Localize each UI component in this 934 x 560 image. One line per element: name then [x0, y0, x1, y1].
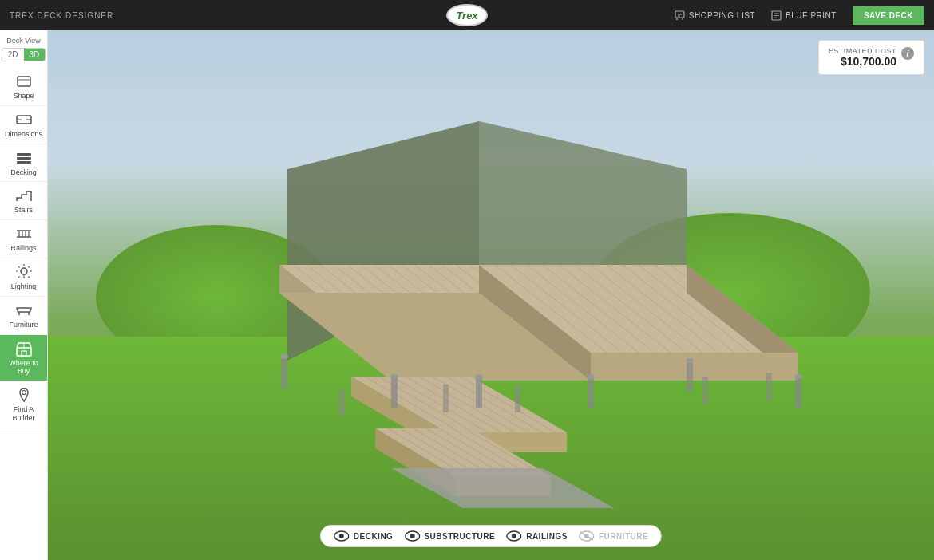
decking-eye-icon [334, 530, 350, 542]
furniture-toggle-label: FURNITURE [599, 532, 648, 541]
cost-badge: ESTIMATED COST $10,700.00 i [818, 40, 924, 75]
shopping-cart-icon [675, 10, 685, 21]
sidebar-item-lighting[interactable]: Lighting [0, 258, 47, 297]
railings-icon [15, 225, 33, 243]
cost-value: $10,700.00 [829, 55, 896, 68]
furniture-toggle[interactable]: FURNITURE [579, 530, 648, 542]
svg-point-101 [280, 354, 288, 359]
sidebar-item-furniture[interactable]: Furniture [0, 297, 47, 335]
sidebar-item-find-builder[interactable]: Find A Builder [0, 381, 47, 428]
sidebar-item-decking[interactable]: Decking [0, 144, 47, 183]
svg-point-122 [512, 534, 516, 538]
view-2d-button[interactable]: 2D [2, 49, 24, 61]
canvas-area[interactable]: ESTIMATED COST $10,700.00 i [48, 30, 934, 560]
header-actions: SHOPPING LIST BLUE PRINT SAVE DECK [675, 6, 924, 25]
decking-toggle[interactable]: DECKING [334, 530, 394, 542]
substructure-toggle[interactable]: SUBSTRUCTURE [404, 530, 495, 542]
blue-print-button[interactable]: BLUE PRINT [771, 10, 837, 21]
cost-info: ESTIMATED COST $10,700.00 [829, 47, 896, 68]
railings-label: Railings [10, 244, 36, 253]
stairs-icon [15, 187, 33, 204]
sidebar-item-stairs[interactable]: Stairs [0, 182, 47, 220]
svg-point-42 [22, 391, 26, 395]
furniture-icon [15, 302, 33, 319]
decking-label: Decking [10, 168, 37, 177]
svg-rect-39 [17, 348, 31, 356]
svg-rect-40 [22, 351, 26, 356]
svg-point-111 [794, 374, 802, 379]
railings-toggle-label: RAILINGS [526, 532, 568, 541]
trex-logo: Trex [446, 4, 488, 26]
svg-marker-44 [479, 121, 687, 265]
svg-point-109 [686, 358, 694, 363]
decking-toggle-label: DECKING [354, 532, 394, 541]
svg-point-23 [21, 268, 27, 274]
find-builder-label: Find A Builder [3, 405, 44, 423]
dimensions-label: Dimensions [5, 130, 42, 139]
svg-rect-113 [515, 385, 520, 412]
substructure-eye-icon [404, 530, 420, 542]
deck-view-label: Deck View [6, 37, 40, 45]
furniture-label: Furniture [9, 321, 38, 329]
svg-rect-102 [391, 377, 398, 408]
railings-eye-icon [506, 530, 522, 542]
shopping-list-button[interactable]: SHOPPING LIST [675, 10, 755, 21]
railings-toggle[interactable]: RAILINGS [506, 530, 568, 542]
svg-rect-100 [281, 357, 287, 388]
shape-icon [15, 73, 33, 90]
dimensions-icon [15, 111, 33, 128]
furniture-eye-icon [579, 530, 595, 542]
info-icon[interactable]: i [901, 47, 914, 60]
svg-point-107 [587, 374, 595, 379]
svg-line-30 [28, 266, 30, 268]
svg-rect-108 [687, 361, 693, 392]
shopping-list-label: SHOPPING LIST [689, 11, 755, 20]
deck-illustration [128, 105, 846, 520]
view-3d-button[interactable]: 3D [24, 49, 46, 61]
svg-point-105 [475, 374, 483, 379]
svg-rect-115 [702, 377, 708, 404]
blueprint-label: BLUE PRINT [786, 11, 837, 20]
svg-rect-9 [18, 77, 30, 86]
svg-line-28 [18, 266, 20, 268]
app-title: TREX DECK DESIGNER [10, 11, 113, 20]
svg-rect-114 [339, 388, 345, 416]
where-to-buy-label: Where to Buy [3, 359, 44, 377]
sidebar-item-railings[interactable]: Railings [0, 220, 47, 258]
logo-container: Trex [446, 4, 488, 26]
sidebar-item-where-to-buy[interactable]: Where to Buy [0, 335, 47, 382]
header: TREX DECK DESIGNER Trex SHOPPING LIST BL… [0, 0, 934, 30]
stairs-label: Stairs [14, 206, 33, 215]
decking-icon [15, 149, 33, 167]
svg-rect-116 [766, 373, 772, 400]
shape-label: Shape [13, 92, 34, 101]
svg-rect-104 [476, 377, 482, 408]
sidebar-item-dimensions[interactable]: Dimensions [0, 106, 47, 144]
sidebar: Deck View 2D 3D Shape Dimensions [0, 30, 48, 560]
blueprint-icon [771, 10, 782, 21]
substructure-toggle-label: SUBSTRUCTURE [424, 532, 495, 541]
svg-rect-110 [795, 377, 801, 408]
view-toggle: 2D 3D [2, 48, 46, 61]
svg-rect-34 [18, 308, 30, 312]
svg-line-31 [18, 276, 20, 278]
pin-icon [15, 386, 33, 404]
svg-line-29 [28, 276, 30, 278]
svg-point-118 [339, 534, 344, 538]
lighting-icon [15, 263, 33, 281]
svg-point-120 [410, 534, 414, 538]
svg-line-125 [580, 532, 593, 540]
svg-point-103 [390, 374, 398, 379]
layer-toolbar: DECKING SUBSTRUCTURE RAILINGS [320, 525, 662, 547]
lighting-label: Lighting [11, 282, 37, 291]
svg-rect-106 [588, 377, 594, 408]
sidebar-item-shape[interactable]: Shape [0, 68, 47, 106]
svg-rect-16 [17, 161, 31, 164]
store-icon [15, 340, 33, 357]
svg-marker-99 [391, 468, 615, 508]
save-deck-button[interactable]: SAVE DECK [853, 6, 924, 25]
main-content: Deck View 2D 3D Shape Dimensions [0, 30, 934, 560]
cost-label: ESTIMATED COST [829, 47, 896, 55]
svg-rect-14 [17, 153, 31, 156]
svg-rect-15 [17, 157, 31, 160]
